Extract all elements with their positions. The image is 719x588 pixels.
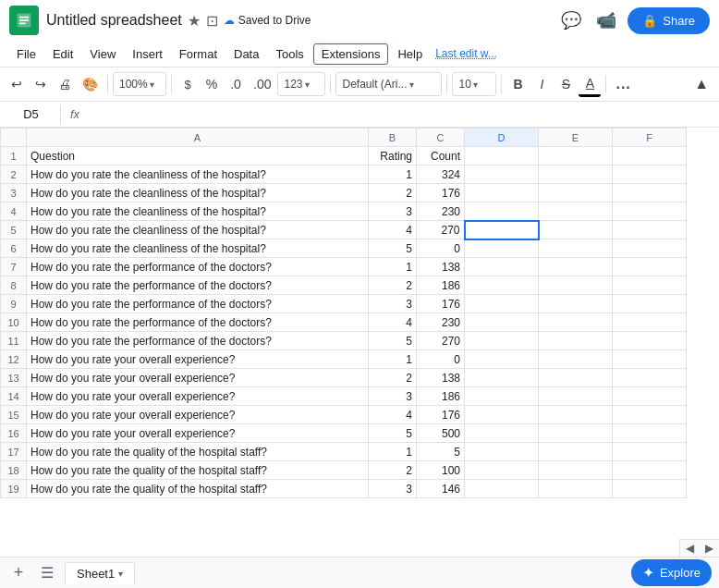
cell-D[interactable] — [465, 443, 539, 461]
cell-D[interactable] — [465, 295, 539, 313]
cell-count[interactable]: 230 — [417, 313, 465, 332]
formula-input[interactable] — [89, 107, 713, 121]
cell-E[interactable] — [539, 313, 613, 332]
cell-F[interactable] — [613, 332, 687, 350]
cell-count[interactable]: 230 — [417, 202, 465, 221]
cell-rating[interactable]: 5 — [369, 424, 417, 443]
cell-count[interactable]: 146 — [417, 480, 465, 498]
menu-file[interactable]: File — [9, 44, 43, 64]
menu-data[interactable]: Data — [226, 44, 266, 64]
cell-F[interactable] — [613, 184, 687, 202]
doc-title[interactable]: Untitled spreadsheet — [46, 12, 182, 29]
scroll-left-button[interactable]: ◀ — [680, 540, 700, 557]
cell-E[interactable] — [539, 406, 613, 424]
cell-D[interactable] — [465, 184, 539, 202]
print-button[interactable]: 🖨 — [54, 73, 76, 95]
cell-D1[interactable] — [465, 147, 539, 165]
bold-button[interactable]: B — [506, 73, 529, 95]
cell-E[interactable] — [539, 239, 613, 258]
cell-rating[interactable]: 2 — [369, 369, 417, 387]
cell-count[interactable]: 270 — [417, 332, 465, 350]
menu-help[interactable]: Help — [390, 44, 430, 64]
menu-format[interactable]: Format — [172, 44, 225, 64]
cell-rating[interactable]: 2 — [369, 184, 417, 202]
cell-question[interactable]: How do you rate your overall experience? — [27, 424, 369, 443]
col-header-C[interactable]: C — [417, 129, 465, 147]
cell-count[interactable]: 270 — [417, 221, 465, 239]
cell-question[interactable]: How do you rate the performance of the d… — [27, 332, 369, 350]
cell-D[interactable] — [465, 406, 539, 424]
cell-question[interactable]: How do you rate your overall experience? — [27, 350, 369, 369]
cell-count[interactable]: 176 — [417, 406, 465, 424]
cell-E[interactable] — [539, 350, 613, 369]
cell-question[interactable]: How do you rate the quality of the hospi… — [27, 443, 369, 461]
menu-insert[interactable]: Insert — [125, 44, 170, 64]
cell-question[interactable]: How do you rate your overall experience? — [27, 387, 369, 406]
add-sheet-button[interactable]: + — [7, 561, 30, 584]
sheets-menu-button[interactable]: ☰ — [35, 562, 59, 583]
cell-question[interactable]: How do you rate your overall experience? — [27, 369, 369, 387]
cell-D[interactable] — [465, 276, 539, 295]
percent-button[interactable]: % — [201, 73, 223, 95]
cell-count[interactable]: 0 — [417, 239, 465, 258]
cell-count[interactable]: 500 — [417, 424, 465, 443]
cell-E[interactable] — [539, 443, 613, 461]
cell-count[interactable]: 138 — [417, 258, 465, 276]
more-button[interactable]: ... — [611, 72, 635, 96]
cell-question[interactable]: How do you rate the cleanliness of the h… — [27, 202, 369, 221]
cell-E[interactable] — [539, 461, 613, 480]
cell-D[interactable] — [465, 480, 539, 498]
col-header-D[interactable]: D — [465, 129, 539, 147]
cell-D[interactable] — [465, 221, 539, 239]
cell-count[interactable]: 100 — [417, 461, 465, 480]
paint-format-button[interactable]: 🎨 — [78, 73, 103, 95]
cell-A1[interactable]: Question — [27, 147, 369, 165]
cell-rating[interactable]: 4 — [369, 406, 417, 424]
cell-question[interactable]: How do you rate the cleanliness of the h… — [27, 221, 369, 239]
cell-F[interactable] — [613, 424, 687, 443]
cell-F[interactable] — [613, 350, 687, 369]
cell-E[interactable] — [539, 332, 613, 350]
cell-E[interactable] — [539, 184, 613, 202]
cell-D[interactable] — [465, 424, 539, 443]
share-button[interactable]: 🔒 Share — [628, 7, 710, 34]
meet-button[interactable]: 📹 — [592, 6, 620, 34]
menu-view[interactable]: View — [82, 44, 123, 64]
fontsize-dropdown[interactable]: 10 ▾ — [452, 72, 496, 96]
cell-rating[interactable]: 2 — [369, 461, 417, 480]
cell-rating[interactable]: 3 — [369, 202, 417, 221]
cell-count[interactable]: 186 — [417, 276, 465, 295]
cell-count[interactable]: 324 — [417, 165, 465, 184]
cell-D[interactable] — [465, 350, 539, 369]
cell-F[interactable] — [613, 369, 687, 387]
cell-F[interactable] — [613, 313, 687, 332]
cell-question[interactable]: How do you rate the cleanliness of the h… — [27, 239, 369, 258]
menu-extensions[interactable]: Extensions — [313, 43, 389, 65]
scroll-right-button[interactable]: ▶ — [700, 540, 719, 557]
cell-D[interactable] — [465, 461, 539, 480]
menu-tools[interactable]: Tools — [268, 44, 311, 64]
redo-button[interactable]: ↪ — [30, 73, 52, 95]
cell-count[interactable]: 138 — [417, 369, 465, 387]
cell-rating[interactable]: 2 — [369, 276, 417, 295]
comments-button[interactable]: 💬 — [557, 6, 585, 34]
cell-E[interactable] — [539, 369, 613, 387]
cell-question[interactable]: How do you rate the quality of the hospi… — [27, 461, 369, 480]
cell-F[interactable] — [613, 202, 687, 221]
col-header-E[interactable]: E — [539, 129, 613, 147]
cell-E[interactable] — [539, 258, 613, 276]
cell-D[interactable] — [465, 165, 539, 184]
cell-rating[interactable]: 4 — [369, 221, 417, 239]
cell-C1[interactable]: Count — [417, 147, 465, 165]
last-edit-link[interactable]: Last edit w... — [435, 47, 497, 60]
cell-D[interactable] — [465, 332, 539, 350]
cell-rating[interactable]: 5 — [369, 239, 417, 258]
cell-count[interactable]: 176 — [417, 295, 465, 313]
decimal-more-button[interactable]: .00 — [249, 73, 275, 95]
cell-D[interactable] — [465, 258, 539, 276]
cell-question[interactable]: How do you rate the cleanliness of the h… — [27, 165, 369, 184]
cell-F[interactable] — [613, 443, 687, 461]
cell-F[interactable] — [613, 387, 687, 406]
font-dropdown[interactable]: Default (Ari... ▾ — [335, 72, 442, 96]
cell-D[interactable] — [465, 202, 539, 221]
